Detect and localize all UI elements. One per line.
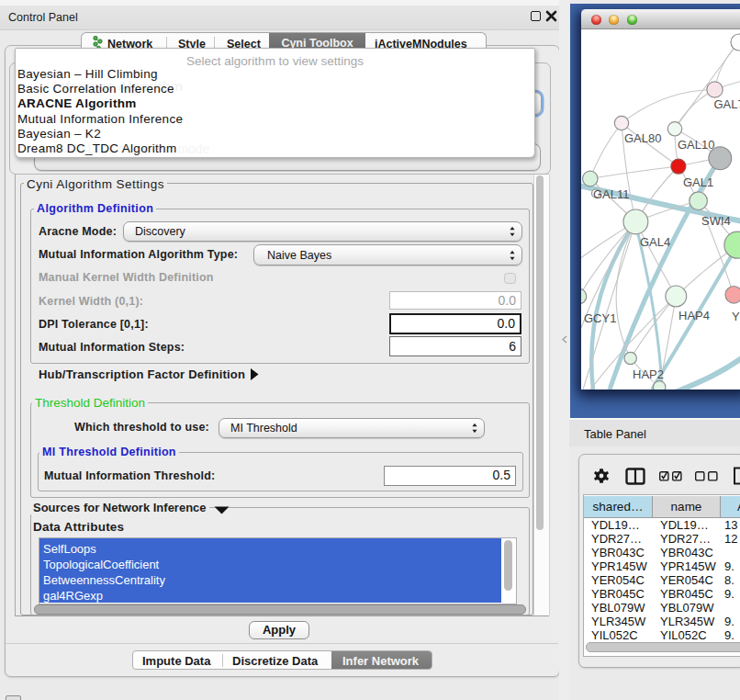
svg-text:GAL1: GAL1: [683, 175, 713, 189]
svg-text:GAL11: GAL11: [593, 187, 630, 201]
svg-text:HAP2: HAP2: [633, 367, 664, 381]
svg-text:GAL7: GAL7: [714, 97, 740, 111]
svg-text:GAL10: GAL10: [678, 138, 714, 152]
svg-text:GCY1: GCY1: [584, 311, 616, 325]
svg-text:SWI4: SWI4: [701, 214, 731, 228]
svg-text:HAP4: HAP4: [678, 309, 710, 322]
svg-text:GAL4: GAL4: [640, 235, 670, 249]
svg-text:YEL: YEL: [732, 310, 740, 323]
svg-text:GAL80: GAL80: [624, 131, 661, 145]
